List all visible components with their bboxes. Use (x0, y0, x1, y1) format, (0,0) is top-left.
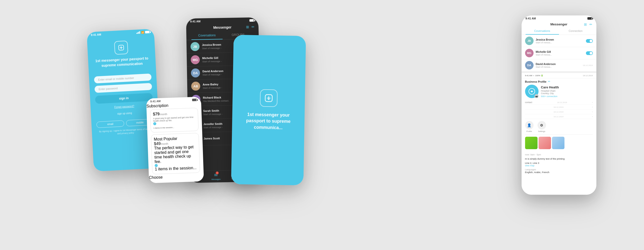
chevron-right-icon: › (592, 106, 593, 108)
phone-business: 9:41 AM Messenger ⊞ ✏ Coversations Conne… (522, 15, 596, 195)
time-sub: 9:41 AM (150, 100, 160, 103)
logo-area: 1st messenger your passport to supreme c… (87, 34, 156, 73)
avatar: JB (190, 42, 200, 51)
splash-logo-icon (264, 94, 273, 103)
compose-icon[interactable]: ✏ (251, 25, 254, 29)
splash-tagline: 1st messenger your passport to supreme c… (232, 111, 304, 131)
email-signup-button[interactable]: email (96, 120, 124, 128)
languages-val: English, Arabic, French (525, 171, 593, 174)
address-text: Line 2, Line 3 (525, 162, 593, 164)
camera-icon[interactable]: 📷 (534, 94, 538, 98)
settings-action[interactable]: ⚙ Settings (538, 121, 546, 132)
profile-action[interactable]: 👤 Profile (525, 121, 534, 132)
biz-avatar-area: 📷 Care Health Hospital Chain Country, Ci… (525, 85, 593, 98)
messenger-title: Messenger (213, 25, 231, 29)
check-icon-alt (153, 122, 156, 125)
settings-action-icon: ⚙ (538, 121, 546, 129)
biz-info-section: now: 9am - 5pm m is simply dummy text of… (525, 151, 593, 176)
profile-action-label: Profile (526, 130, 532, 132)
view-map-link[interactable]: view map (525, 164, 593, 167)
header-icons-5: ⊞ ✏ (584, 22, 592, 26)
biz-status-right: 18.12.2019 (583, 74, 593, 77)
toggle-switch[interactable] (586, 39, 593, 43)
list-item[interactable]: DA David Anderson Start of messa... 18.1… (522, 59, 596, 71)
avatar: AB (191, 82, 200, 91)
status-icons-1: 📶 (136, 31, 150, 34)
toggle-switch[interactable] (586, 51, 593, 55)
sign-in-button[interactable]: sign in (95, 93, 152, 104)
app-logo-icon (118, 44, 125, 51)
conv-time: 18.12.2019 (583, 64, 593, 66)
message-badge: 7 (216, 171, 219, 174)
choose-button[interactable]: Choose (148, 174, 204, 180)
conv-info: Jessica Brown Start of messa... (536, 38, 584, 44)
tab-conversations[interactable]: Coversations (191, 31, 223, 40)
contact-label: contact (525, 101, 532, 104)
battery-3 (249, 19, 254, 22)
biz-name: Care Health (541, 85, 559, 89)
biz-photo-gallery (525, 135, 593, 151)
contact-row[interactable]: contact 18.12.2019 › (525, 100, 593, 105)
battery-5 (588, 17, 592, 20)
biz-name-area: Care Health Hospital Chain Country, City… (541, 85, 559, 98)
conv-info: David Anderson Start of messa... (536, 62, 581, 68)
biz-photo-2[interactable] (538, 137, 551, 149)
app-logo-box (114, 41, 128, 55)
tagline-text: 1st messenger your passport to supreme c… (88, 55, 156, 69)
biz-photo-1[interactable] (525, 137, 538, 149)
alt-price: $79/month (153, 111, 196, 117)
contact-date: 18.12.2019 (554, 116, 564, 118)
conv-msg: Start of messa... (536, 66, 581, 68)
filter-icon[interactable]: ⊞ (246, 25, 249, 29)
contact-row[interactable]: 18.12.2019 › (525, 114, 593, 119)
messenger-title-5: Messenger (550, 22, 568, 26)
signup-label: sign up using (96, 111, 153, 116)
status-icons-3 (249, 19, 254, 22)
header-5: Messenger ⊞ ✏ (522, 21, 596, 28)
signal-icon (136, 31, 140, 34)
phone-splash: 1st messenger your passport to supreme c… (231, 35, 306, 186)
compose-icon-5[interactable]: ✏ (590, 22, 592, 26)
hours-row: now: 9am - 5pm (525, 153, 593, 157)
biz-location: Country, City (541, 92, 559, 95)
chevron-right-icon: › (592, 111, 593, 113)
tab-connection-5[interactable]: Connection (559, 28, 592, 35)
edit-icon[interactable]: ✏ (548, 80, 550, 83)
email-input[interactable]: Enter email or mobile number (94, 73, 151, 83)
biz-photo-3[interactable] (552, 137, 564, 149)
check-icon (154, 164, 158, 167)
tab-conversations-5[interactable]: Coversations (526, 28, 559, 35)
conv-name: Jessica Brown (536, 38, 584, 41)
conv-name: Michelle Gill (536, 50, 584, 53)
forgot-password-link[interactable]: Forgot password? (96, 104, 153, 110)
list-item[interactable]: MG Michelle Gill Start of messa... (522, 47, 596, 59)
time-3: 9:41 AM (190, 20, 200, 23)
biz-logo: 📷 (525, 85, 538, 98)
biz-contact-items: contact 18.12.2019 › 18.12.2019 › 18.12.… (525, 100, 593, 119)
app-scene: 9:41 AM 📶 1st messenger your passport (23, 10, 621, 240)
filter-icon-5[interactable]: ⊞ (584, 22, 587, 26)
messages-icon: ✉ 7 (214, 173, 218, 177)
biz-subtitle: Hospital Chain (541, 90, 559, 92)
contact-row[interactable]: 18.12.2019 › (525, 105, 593, 110)
chevron-right-icon: › (592, 115, 593, 118)
biz-profile-body: 📷 Care Health Hospital Chain Country, Ci… (522, 85, 596, 176)
contact-date: 18.12.2019 (554, 106, 564, 108)
list-item[interactable]: JB Jessica Brown Start of messa... (522, 35, 596, 47)
contact-row[interactable]: 18.12.2019 › (525, 110, 593, 114)
avatar: MG (190, 55, 200, 64)
biz-title: Business Profile (525, 80, 546, 83)
settings-action-label: Settings (538, 130, 545, 132)
avatar: JB (525, 37, 534, 45)
nav-messages[interactable]: ✉ 7 Messages (207, 173, 225, 181)
status-bar-5: 9:41 AM (522, 15, 596, 21)
subscription-card-popular: Most Popular $49/month The perfect way t… (151, 133, 200, 175)
hours-label: now: 9am - 5pm (525, 153, 593, 156)
price-desc: The perfect way to get started and get o… (154, 145, 197, 164)
tabs-5: Coversations Connection (522, 28, 596, 35)
languages-row: Languages English, Arabic, French (525, 168, 593, 174)
password-input[interactable]: Enter password (94, 83, 152, 93)
status-icons-5 (588, 17, 592, 20)
conv-info: Michelle Gill Start of messa... (536, 50, 584, 56)
battery-sub (192, 99, 197, 101)
